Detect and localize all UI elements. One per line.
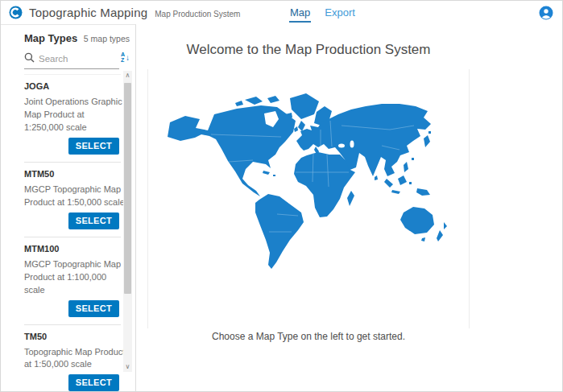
globe-logo-icon <box>9 6 23 19</box>
page-title: Welcome to the Map Production System <box>147 42 470 58</box>
map-type-count: 5 map types <box>84 34 130 43</box>
select-button-joga[interactable]: SELECT <box>68 138 119 155</box>
world-map <box>148 69 470 328</box>
app-subtitle: Map Production System <box>155 10 240 19</box>
chevron-down-icon[interactable]: ∨ <box>123 362 132 372</box>
map-type-list: JOGA Joint Operations Graphic Map Produc… <box>24 74 121 392</box>
sort-arrow-down: ↓ <box>126 53 130 62</box>
tab-map[interactable]: Map <box>289 2 311 23</box>
map-type-name: TM50 <box>24 332 121 341</box>
select-button-mtm50[interactable]: SELECT <box>68 213 119 229</box>
scrollbar-thumb[interactable] <box>124 83 131 294</box>
top-nav-tabs: Map Export <box>289 1 356 24</box>
map-types-panel: Map Types 5 map types A Z <box>1 24 136 392</box>
map-type-description: MGCP Topographic Map Product at 1:100,00… <box>24 258 126 297</box>
list-item-mtm100: MTM100 MGCP Topographic Map Product at 1… <box>24 237 121 325</box>
list-item-joga: JOGA Joint Operations Graphic Map Produc… <box>24 74 121 163</box>
sidebar-scrollbar[interactable]: ∧ ∨ <box>123 71 132 372</box>
map-type-name: JOGA <box>24 81 121 91</box>
map-type-description: MGCP Topographic Map Product at 1:50,000… <box>24 184 126 209</box>
search-input[interactable] <box>39 54 111 64</box>
map-type-name: MTM100 <box>24 244 121 254</box>
main-content: Welcome to the Map Production System <box>137 24 563 392</box>
map-type-description: Joint Operations Graphic Map Product at … <box>24 96 126 134</box>
map-type-name: MTM50 <box>24 169 121 179</box>
tab-export[interactable]: Export <box>324 2 356 23</box>
list-item-mtm50: MTM50 MGCP Topographic Map Product at 1:… <box>24 163 121 237</box>
user-account-icon[interactable] <box>539 6 553 20</box>
instruction-text: Choose a Map Type on the left to get sta… <box>147 331 470 342</box>
sort-letter-a: A <box>121 52 125 57</box>
sort-letter-z: Z <box>121 57 125 63</box>
app-window: Topographic Mapping Map Production Syste… <box>0 0 563 392</box>
world-map-figure <box>147 69 470 328</box>
search-row: A Z ↓ <box>24 52 119 69</box>
app-header: Topographic Mapping Map Production Syste… <box>1 1 562 24</box>
app-title: Topographic Mapping <box>29 6 147 19</box>
map-type-description: Topographic Map Product at 1:50,000 scal… <box>24 346 126 372</box>
list-item-tm50: TM50 Topographic Map Product at 1:50,000… <box>24 325 121 392</box>
chevron-up-icon[interactable]: ∧ <box>123 71 132 80</box>
sort-az-icon[interactable]: A Z ↓ <box>121 50 134 64</box>
search-icon <box>24 52 35 66</box>
select-button-mtm100[interactable]: SELECT <box>68 300 119 317</box>
select-button-tm50[interactable]: SELECT <box>68 374 119 391</box>
panel-title: Map Types <box>24 32 77 44</box>
panel-header: Map Types 5 map types <box>18 25 135 44</box>
